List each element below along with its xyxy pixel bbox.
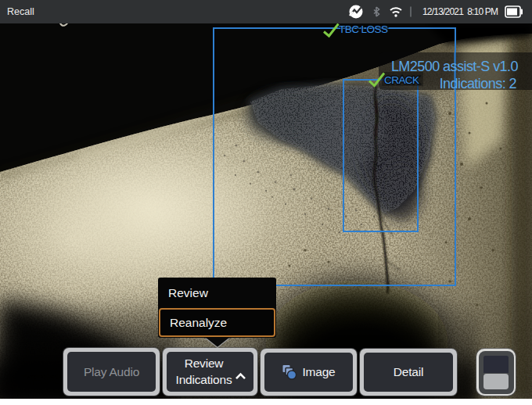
svg-text:CRACK: CRACK <box>384 74 419 86</box>
svg-text:LM2500 assist-S v1.0: LM2500 assist-S v1.0 <box>391 59 519 74</box>
svg-text:TBC LOSS: TBC LOSS <box>339 23 388 35</box>
svg-text:Indications: 2: Indications: 2 <box>440 76 517 91</box>
